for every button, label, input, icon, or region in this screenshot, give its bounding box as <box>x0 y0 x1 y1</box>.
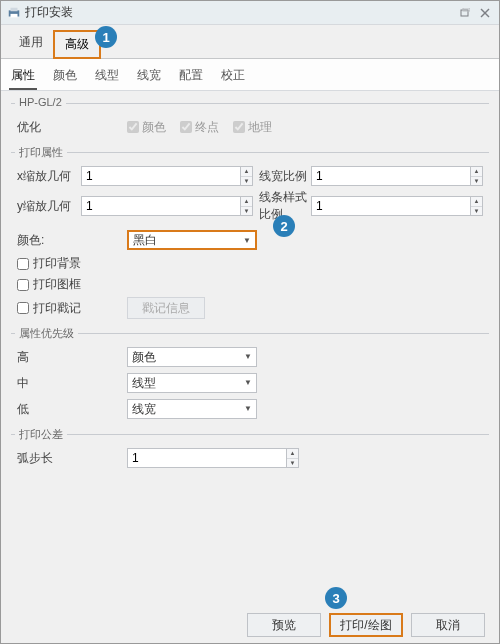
title-bar: 打印安装 <box>1 1 499 25</box>
callout-2: 2 <box>273 215 295 237</box>
cancel-button[interactable]: 取消 <box>411 613 485 637</box>
priority-mid-select[interactable]: 线型▼ <box>127 373 257 393</box>
svg-rect-2 <box>11 13 18 17</box>
xscale-label: x缩放几何 <box>17 168 81 185</box>
cbx-color-opt: 颜色 <box>127 119 166 136</box>
cbx-print-frame[interactable]: 打印图框 <box>17 274 483 295</box>
priority-low-select[interactable]: 线宽▼ <box>127 399 257 419</box>
optimize-label: 优化 <box>17 119 127 136</box>
app-icon <box>7 6 21 20</box>
group-tolerance: 打印公差 弧步长 ▲▼ <box>11 434 489 477</box>
subtab-color[interactable]: 颜色 <box>51 63 79 90</box>
subtab-linetype[interactable]: 线型 <box>93 63 121 90</box>
group-print-properties: 打印属性 x缩放几何 ▲▼ 线宽比例 ▲▼ y缩放几何 <box>11 152 489 327</box>
preview-button[interactable]: 预览 <box>247 613 321 637</box>
window-title: 打印安装 <box>25 4 453 21</box>
cbx-geo-opt: 地理 <box>233 119 272 136</box>
chevron-down-icon: ▼ <box>243 236 251 245</box>
cbx-print-bg[interactable]: 打印背景 <box>17 253 483 274</box>
callout-3: 3 <box>325 587 347 609</box>
subtab-linewidth[interactable]: 线宽 <box>135 63 163 90</box>
subtab-calibrate[interactable]: 校正 <box>219 63 247 90</box>
group-printprops-title: 打印属性 <box>15 145 67 160</box>
yscale-input[interactable]: ▲▼ <box>81 196 253 216</box>
priority-mid-label: 中 <box>17 375 127 392</box>
chevron-down-icon: ▼ <box>244 404 252 413</box>
priority-low-label: 低 <box>17 401 127 418</box>
callout-1: 1 <box>95 26 117 48</box>
content-area: HP-GL/2 优化 颜色 终点 地理 打印属性 x缩放几何 ▲▼ 线宽比例 <box>1 91 499 481</box>
group-hpgl-title: HP-GL/2 <box>15 96 66 108</box>
chevron-down-icon: ▼ <box>244 352 252 361</box>
tab-general[interactable]: 通用 <box>9 30 53 59</box>
linewidth-ratio-input[interactable]: ▲▼ <box>311 166 483 186</box>
tab-advanced[interactable]: 高级 <box>53 30 101 59</box>
group-priority-title: 属性优先级 <box>15 326 78 341</box>
mark-info-button: 戳记信息 <box>127 297 205 319</box>
subtab-properties[interactable]: 属性 <box>9 63 37 90</box>
chevron-down-icon: ▼ <box>244 378 252 387</box>
cbx-print-mark[interactable]: 打印戳记 <box>17 298 127 319</box>
priority-high-select[interactable]: 颜色▼ <box>127 347 257 367</box>
sub-tabs: 属性 颜色 线型 线宽 配置 校正 <box>1 59 499 91</box>
xscale-input[interactable]: ▲▼ <box>81 166 253 186</box>
cbx-endpoint-opt: 终点 <box>180 119 219 136</box>
top-tabs: 通用 高级 <box>1 25 499 59</box>
print-plot-button[interactable]: 打印/绘图 <box>329 613 403 637</box>
group-tolerance-title: 打印公差 <box>15 427 67 442</box>
linewidth-ratio-label: 线宽比例 <box>259 168 311 185</box>
yscale-label: y缩放几何 <box>17 198 81 215</box>
close-button[interactable] <box>477 5 493 21</box>
color-label: 颜色: <box>17 232 127 249</box>
color-select[interactable]: 黑白 ▼ <box>127 230 257 250</box>
linestyle-ratio-input[interactable]: ▲▼ <box>311 196 483 216</box>
arc-step-label: 弧步长 <box>17 450 127 467</box>
svg-rect-1 <box>11 7 18 11</box>
group-hpgl: HP-GL/2 优化 颜色 终点 地理 <box>11 103 489 146</box>
arc-step-input[interactable]: ▲▼ <box>127 448 299 468</box>
restore-button[interactable] <box>457 5 473 21</box>
priority-high-label: 高 <box>17 349 127 366</box>
subtab-config[interactable]: 配置 <box>177 63 205 90</box>
bottom-button-bar: 预览 打印/绘图 取消 <box>1 613 499 637</box>
group-priority: 属性优先级 高 颜色▼ 中 线型▼ 低 线宽▼ <box>11 333 489 428</box>
